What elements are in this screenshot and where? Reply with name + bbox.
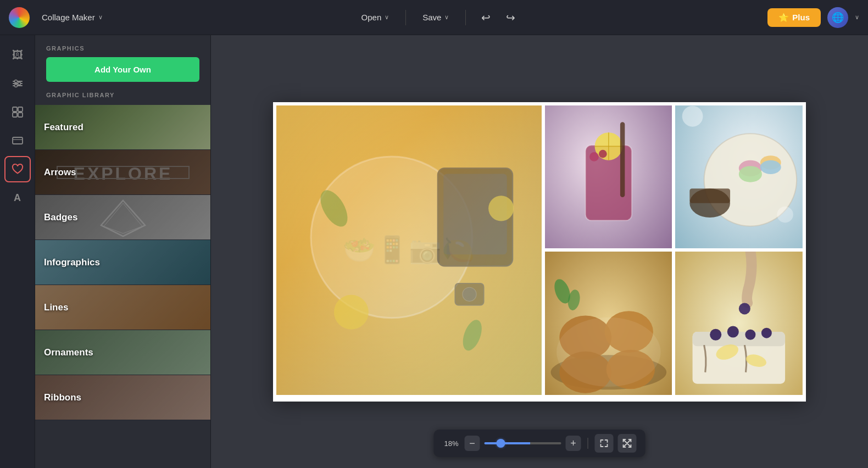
app-name-label: Collage Maker [42, 13, 95, 22]
svg-point-23 [488, 196, 514, 221]
icon-bar: 🖼 [0, 35, 35, 468]
library-item-infographics[interactable]: Infographics [35, 240, 210, 285]
sidebar-item-filters[interactable] [4, 70, 31, 97]
topbar-separator-1 [405, 10, 406, 25]
redo-button[interactable]: ↪ [502, 9, 520, 26]
collage-canvas[interactable]: 🥗📱📷🍋 [273, 102, 806, 402]
undo-button[interactable]: ↩ [477, 9, 495, 26]
sidebar-item-favorites[interactable] [4, 156, 31, 182]
featured-label: Featured [44, 122, 84, 133]
graphics-panel: GRAPHICS Add Your Own GRAPHIC LIBRARY Fe… [35, 35, 211, 468]
collage-cell-1[interactable]: 🥗📱📷🍋 [276, 105, 542, 395]
background-icon [12, 135, 24, 147]
avatar-icon: 🌐 [832, 12, 844, 24]
bottom-separator [588, 438, 588, 449]
svg-point-21 [463, 287, 476, 301]
svg-point-44 [682, 105, 703, 126]
svg-point-5 [14, 85, 17, 87]
collage-cell-5[interactable] [675, 252, 803, 395]
svg-rect-10 [13, 137, 23, 144]
sidebar-item-photos[interactable]: 🖼 [4, 42, 31, 68]
svg-rect-39 [690, 188, 731, 203]
svg-point-4 [18, 82, 20, 85]
svg-point-3 [14, 80, 17, 83]
library-section-title: GRAPHIC LIBRARY [35, 92, 210, 105]
bottom-toolbar: 18% − + [434, 430, 646, 457]
library-item-ornaments[interactable]: Ornaments [35, 330, 210, 375]
filters-icon [12, 77, 24, 90]
svg-point-45 [777, 206, 793, 222]
svg-point-41 [739, 166, 762, 182]
sidebar-item-layout[interactable] [4, 99, 31, 125]
main-area: 🖼 [0, 35, 868, 468]
svg-point-63 [745, 330, 756, 340]
svg-point-58 [739, 303, 750, 314]
avatar-chevron[interactable]: ∨ [855, 14, 859, 21]
topbar-separator-2 [465, 10, 466, 25]
canvas-area: 🥗📱📷🍋 [211, 35, 868, 468]
app-logo [9, 7, 30, 28]
zoom-out-button[interactable]: − [465, 436, 480, 451]
svg-point-22 [334, 294, 369, 329]
arrows-label: Arrows [44, 167, 76, 178]
library-item-badges[interactable]: Badges [35, 195, 210, 240]
svg-point-61 [710, 329, 721, 341]
photos-icon: 🖼 [12, 49, 23, 62]
svg-point-53 [557, 317, 661, 387]
svg-rect-7 [18, 107, 23, 112]
open-button[interactable]: Open ∨ [356, 9, 395, 25]
library-item-ribbons[interactable]: Ribbons [35, 375, 210, 420]
ribbons-label: Ribbons [44, 392, 81, 403]
svg-point-33 [589, 152, 599, 161]
fit-icon [622, 438, 632, 448]
svg-rect-6 [13, 107, 17, 112]
text-icon: A [14, 192, 21, 204]
svg-rect-8 [13, 113, 17, 117]
fullscreen-button[interactable] [595, 434, 614, 453]
save-button[interactable]: Save ∨ [417, 9, 454, 25]
plus-icon: ⭐ [778, 13, 789, 23]
app-name-button[interactable]: Collage Maker ∨ [36, 9, 108, 25]
graphics-section-title: GRAPHICS [35, 35, 210, 57]
add-own-button[interactable]: Add Your Own [46, 57, 199, 82]
svg-point-62 [727, 326, 739, 338]
sidebar-item-text[interactable]: A [4, 185, 31, 211]
ornaments-label: Ornaments [44, 347, 93, 358]
svg-point-64 [761, 328, 772, 338]
collage-cell-3[interactable] [675, 105, 803, 249]
sidebar-item-background[interactable] [4, 127, 31, 154]
svg-rect-32 [620, 122, 625, 197]
infographics-label: Infographics [44, 257, 100, 268]
app-name-chevron: ∨ [98, 14, 103, 21]
library-item-arrows[interactable]: EXPLORE Arrows [35, 150, 210, 195]
fullscreen-icon [599, 438, 609, 448]
badges-label: Badges [44, 212, 77, 223]
svg-marker-14 [101, 200, 145, 236]
zoom-percent-label: 18% [443, 439, 460, 448]
svg-point-34 [599, 149, 607, 158]
plus-upgrade-button[interactable]: ⭐ Plus [767, 8, 821, 27]
lines-label: Lines [44, 302, 68, 313]
collage-cell-2[interactable] [545, 105, 672, 249]
heart-icon [12, 163, 24, 175]
fit-to-screen-button[interactable] [618, 434, 637, 453]
library-item-lines[interactable]: Lines [35, 285, 210, 330]
svg-point-43 [760, 160, 781, 174]
collage-cell-4[interactable] [545, 252, 672, 395]
svg-rect-9 [18, 113, 23, 117]
layout-icon [12, 106, 24, 118]
zoom-slider[interactable] [485, 442, 561, 444]
avatar[interactable]: 🌐 [827, 7, 848, 28]
zoom-in-button[interactable]: + [566, 436, 581, 451]
topbar: Collage Maker ∨ Open ∨ Save ∨ ↩ ↪ ⭐ Plus… [0, 0, 868, 35]
library-item-featured[interactable]: Featured [35, 105, 210, 150]
